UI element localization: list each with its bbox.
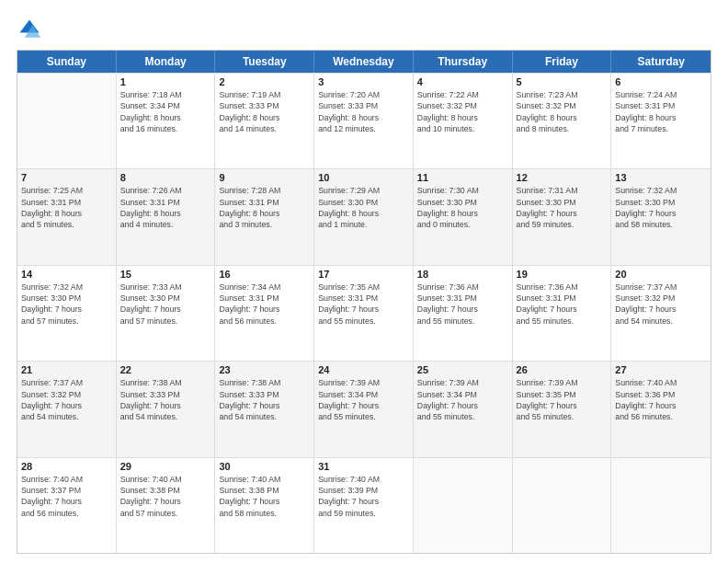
calendar-cell: 25Sunrise: 7:39 AM Sunset: 3:34 PM Dayli… <box>414 362 513 456</box>
calendar-cell: 31Sunrise: 7:40 AM Sunset: 3:39 PM Dayli… <box>314 458 414 553</box>
calendar-cell: 1Sunrise: 7:18 AM Sunset: 3:34 PM Daylig… <box>117 74 216 168</box>
cell-day-number: 17 <box>318 269 409 280</box>
cell-info: Sunrise: 7:22 AM Sunset: 3:32 PM Dayligh… <box>417 89 508 134</box>
cell-day-number: 13 <box>615 172 707 183</box>
calendar-row: 21Sunrise: 7:37 AM Sunset: 3:32 PM Dayli… <box>17 361 711 456</box>
calendar-cell: 13Sunrise: 7:32 AM Sunset: 3:30 PM Dayli… <box>611 169 711 264</box>
calendar-cell <box>513 458 612 553</box>
cell-info: Sunrise: 7:18 AM Sunset: 3:34 PM Dayligh… <box>120 89 211 134</box>
logo <box>17 17 46 42</box>
cell-day-number: 7 <box>21 172 112 183</box>
cell-info: Sunrise: 7:37 AM Sunset: 3:32 PM Dayligh… <box>21 377 112 422</box>
cell-day-number: 23 <box>219 364 310 375</box>
cell-info: Sunrise: 7:32 AM Sunset: 3:30 PM Dayligh… <box>615 185 707 230</box>
calendar-cell: 29Sunrise: 7:40 AM Sunset: 3:38 PM Dayli… <box>117 458 216 553</box>
calendar-cell: 7Sunrise: 7:25 AM Sunset: 3:31 PM Daylig… <box>17 169 117 264</box>
calendar-cell: 30Sunrise: 7:40 AM Sunset: 3:38 PM Dayli… <box>215 458 314 553</box>
calendar-cell: 5Sunrise: 7:23 AM Sunset: 3:32 PM Daylig… <box>513 74 612 168</box>
calendar-cell: 18Sunrise: 7:36 AM Sunset: 3:31 PM Dayli… <box>414 266 513 361</box>
calendar-cell: 16Sunrise: 7:34 AM Sunset: 3:31 PM Dayli… <box>215 266 314 361</box>
calendar-cell: 17Sunrise: 7:35 AM Sunset: 3:31 PM Dayli… <box>314 266 414 361</box>
calendar-cell <box>414 458 513 553</box>
cell-info: Sunrise: 7:29 AM Sunset: 3:30 PM Dayligh… <box>318 185 409 230</box>
cell-day-number: 29 <box>120 461 211 472</box>
cell-day-number: 2 <box>219 76 310 87</box>
calendar-cell: 19Sunrise: 7:36 AM Sunset: 3:31 PM Dayli… <box>513 266 612 361</box>
calendar: SundayMondayTuesdayWednesdayThursdayFrid… <box>17 50 711 554</box>
calendar-row: 14Sunrise: 7:32 AM Sunset: 3:30 PM Dayli… <box>17 265 711 361</box>
calendar-cell: 4Sunrise: 7:22 AM Sunset: 3:32 PM Daylig… <box>414 74 513 168</box>
cell-day-number: 6 <box>615 76 707 87</box>
cell-day-number: 18 <box>417 269 508 280</box>
cell-day-number: 11 <box>417 172 508 183</box>
calendar-cell: 15Sunrise: 7:33 AM Sunset: 3:30 PM Dayli… <box>117 266 216 361</box>
cell-info: Sunrise: 7:20 AM Sunset: 3:33 PM Dayligh… <box>318 89 409 134</box>
cell-info: Sunrise: 7:30 AM Sunset: 3:30 PM Dayligh… <box>417 185 508 230</box>
calendar-cell: 3Sunrise: 7:20 AM Sunset: 3:33 PM Daylig… <box>314 74 414 168</box>
cell-info: Sunrise: 7:40 AM Sunset: 3:36 PM Dayligh… <box>615 377 707 422</box>
cell-info: Sunrise: 7:32 AM Sunset: 3:30 PM Dayligh… <box>21 282 112 327</box>
cell-day-number: 27 <box>615 364 707 375</box>
calendar-cell: 22Sunrise: 7:38 AM Sunset: 3:33 PM Dayli… <box>117 362 216 456</box>
calendar-header: SundayMondayTuesdayWednesdayThursdayFrid… <box>17 51 711 73</box>
cell-day-number: 28 <box>21 461 112 472</box>
calendar-body: 1Sunrise: 7:18 AM Sunset: 3:34 PM Daylig… <box>17 73 711 553</box>
calendar-cell: 11Sunrise: 7:30 AM Sunset: 3:30 PM Dayli… <box>414 169 513 264</box>
calendar-row: 28Sunrise: 7:40 AM Sunset: 3:37 PM Dayli… <box>17 457 711 553</box>
cell-day-number: 15 <box>120 269 211 280</box>
cell-day-number: 19 <box>517 269 608 280</box>
calendar-cell: 26Sunrise: 7:39 AM Sunset: 3:35 PM Dayli… <box>513 362 612 456</box>
cell-info: Sunrise: 7:36 AM Sunset: 3:31 PM Dayligh… <box>417 282 508 327</box>
cell-day-number: 22 <box>120 364 211 375</box>
weekday-header: Wednesday <box>314 51 414 73</box>
cell-day-number: 24 <box>318 364 409 375</box>
cell-info: Sunrise: 7:25 AM Sunset: 3:31 PM Dayligh… <box>21 185 112 230</box>
calendar-cell: 28Sunrise: 7:40 AM Sunset: 3:37 PM Dayli… <box>17 458 117 553</box>
weekday-header: Sunday <box>17 51 117 73</box>
cell-day-number: 16 <box>219 269 310 280</box>
cell-info: Sunrise: 7:36 AM Sunset: 3:31 PM Dayligh… <box>517 282 608 327</box>
weekday-header: Tuesday <box>215 51 314 73</box>
cell-info: Sunrise: 7:39 AM Sunset: 3:34 PM Dayligh… <box>417 377 508 422</box>
cell-info: Sunrise: 7:38 AM Sunset: 3:33 PM Dayligh… <box>120 377 211 422</box>
calendar-cell: 8Sunrise: 7:26 AM Sunset: 3:31 PM Daylig… <box>117 169 216 264</box>
cell-info: Sunrise: 7:23 AM Sunset: 3:32 PM Dayligh… <box>517 89 608 134</box>
calendar-cell: 20Sunrise: 7:37 AM Sunset: 3:32 PM Dayli… <box>611 266 711 361</box>
weekday-header: Saturday <box>611 51 711 73</box>
cell-day-number: 20 <box>615 269 707 280</box>
cell-day-number: 5 <box>517 76 608 87</box>
calendar-cell: 14Sunrise: 7:32 AM Sunset: 3:30 PM Dayli… <box>17 266 117 361</box>
cell-info: Sunrise: 7:40 AM Sunset: 3:37 PM Dayligh… <box>21 474 112 519</box>
cell-info: Sunrise: 7:35 AM Sunset: 3:31 PM Dayligh… <box>318 282 409 327</box>
calendar-row: 7Sunrise: 7:25 AM Sunset: 3:31 PM Daylig… <box>17 168 711 264</box>
weekday-header: Friday <box>513 51 612 73</box>
calendar-cell: 23Sunrise: 7:38 AM Sunset: 3:33 PM Dayli… <box>215 362 314 456</box>
cell-info: Sunrise: 7:26 AM Sunset: 3:31 PM Dayligh… <box>120 185 211 230</box>
cell-info: Sunrise: 7:34 AM Sunset: 3:31 PM Dayligh… <box>219 282 310 327</box>
cell-info: Sunrise: 7:33 AM Sunset: 3:30 PM Dayligh… <box>120 282 211 327</box>
calendar-cell: 10Sunrise: 7:29 AM Sunset: 3:30 PM Dayli… <box>314 169 414 264</box>
calendar-cell <box>611 458 711 553</box>
calendar-cell: 2Sunrise: 7:19 AM Sunset: 3:33 PM Daylig… <box>215 74 314 168</box>
cell-day-number: 8 <box>120 172 211 183</box>
cell-day-number: 10 <box>318 172 409 183</box>
cell-info: Sunrise: 7:40 AM Sunset: 3:38 PM Dayligh… <box>120 474 211 519</box>
cell-info: Sunrise: 7:39 AM Sunset: 3:34 PM Dayligh… <box>318 377 409 422</box>
header <box>17 17 711 42</box>
cell-info: Sunrise: 7:38 AM Sunset: 3:33 PM Dayligh… <box>219 377 310 422</box>
cell-day-number: 30 <box>219 461 310 472</box>
cell-info: Sunrise: 7:24 AM Sunset: 3:31 PM Dayligh… <box>615 89 707 134</box>
cell-info: Sunrise: 7:31 AM Sunset: 3:30 PM Dayligh… <box>517 185 608 230</box>
cell-day-number: 26 <box>517 364 608 375</box>
cell-info: Sunrise: 7:40 AM Sunset: 3:39 PM Dayligh… <box>318 474 409 519</box>
logo-icon <box>17 17 42 42</box>
page: SundayMondayTuesdayWednesdayThursdayFrid… <box>0 0 728 563</box>
cell-day-number: 14 <box>21 269 112 280</box>
weekday-header: Thursday <box>414 51 513 73</box>
calendar-row: 1Sunrise: 7:18 AM Sunset: 3:34 PM Daylig… <box>17 73 711 168</box>
cell-day-number: 31 <box>318 461 409 472</box>
calendar-cell: 21Sunrise: 7:37 AM Sunset: 3:32 PM Dayli… <box>17 362 117 456</box>
cell-day-number: 1 <box>120 76 211 87</box>
cell-day-number: 25 <box>417 364 508 375</box>
calendar-cell: 12Sunrise: 7:31 AM Sunset: 3:30 PM Dayli… <box>513 169 612 264</box>
